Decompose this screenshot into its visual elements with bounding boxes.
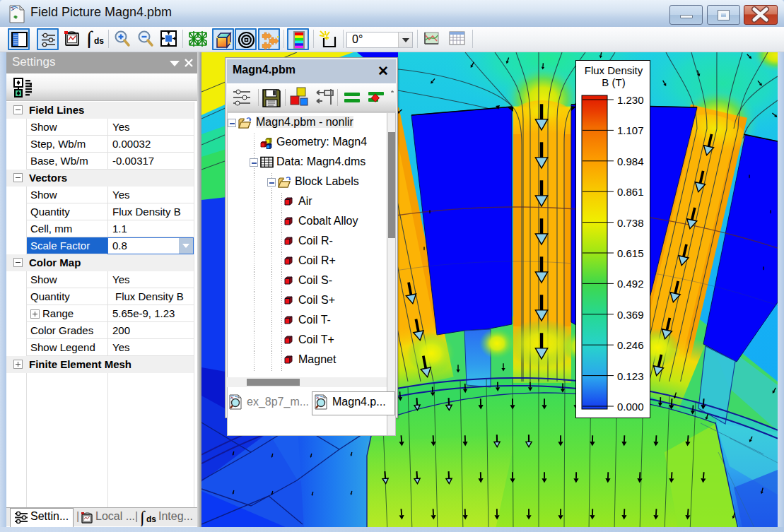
svg-text:ds: ds	[94, 36, 104, 46]
svg-text:∫: ∫	[86, 29, 93, 48]
svg-text:∫: ∫	[140, 509, 146, 526]
svg-text:ds: ds	[146, 514, 156, 524]
